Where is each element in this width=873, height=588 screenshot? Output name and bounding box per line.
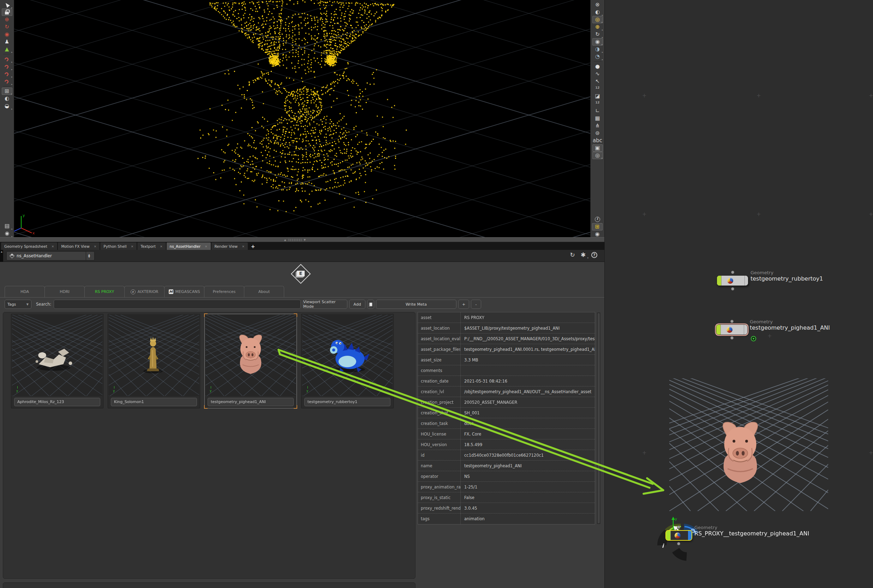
text-abc-icon[interactable]: abc — [592, 137, 603, 144]
pin-icon[interactable]: ↖ — [592, 78, 603, 85]
add-button[interactable]: Add — [349, 300, 365, 309]
node-display-flag[interactable] — [717, 276, 722, 285]
camera-eye-icon[interactable]: ◔ — [592, 53, 603, 60]
film-reel-icon[interactable]: ◉ — [2, 230, 12, 237]
tags-dropdown[interactable]: Tags▼ — [4, 300, 32, 309]
location-marker-icon[interactable]: ◎ — [592, 152, 603, 159]
normal-lighting-icon[interactable]: ◎ — [592, 16, 603, 23]
increase-thumb-size-button[interactable]: + — [458, 300, 469, 309]
high-quality-lighting-icon[interactable]: ⊕ — [592, 23, 603, 31]
asset-card[interactable]: y King_Solomon1 — [108, 314, 200, 408]
dome-light-icon[interactable]: ◒ — [2, 102, 12, 110]
write-meta-button[interactable]: Write Meta — [376, 300, 456, 309]
snap-grid-magnet-icon[interactable] — [2, 56, 12, 63]
separator[interactable] — [2, 53, 12, 56]
point-cloud-canvas[interactable] — [14, 0, 590, 237]
asset-tab[interactable]: Preferences — [204, 286, 244, 297]
snap-point-magnet-icon[interactable] — [2, 70, 12, 78]
snap-curve-magnet-icon[interactable] — [2, 63, 12, 70]
asset-card[interactable]: y testgeometry_rubbertoy1 — [301, 314, 394, 408]
separator[interactable] — [2, 85, 12, 87]
viewport-scatter-mode-button[interactable]: Viewport Scatter Mode — [303, 300, 347, 309]
node-input-connector[interactable] — [730, 320, 734, 323]
pose-tool-icon[interactable]: ♟ — [2, 38, 12, 45]
node-output-connector[interactable] — [677, 542, 680, 545]
notes-book-icon[interactable]: ▤ — [2, 222, 12, 230]
point-marker-icon[interactable]: ● — [592, 63, 603, 70]
meta-note-icon[interactable] — [367, 300, 374, 309]
select-tool-icon[interactable] — [2, 1, 12, 9]
uv-overlay-icon[interactable]: ▦ — [592, 115, 603, 122]
group-list-icon[interactable]: ⊜ — [592, 129, 603, 137]
close-tab-icon[interactable]: × — [94, 244, 97, 248]
node-output-connector[interactable] — [730, 336, 734, 339]
metadata-scrollbar[interactable] — [597, 312, 601, 525]
pane-divider[interactable]: ▲▼ — [0, 237, 604, 242]
asset-tab[interactable]: AIXTERIOR — [124, 286, 165, 297]
node-render-flag[interactable] — [744, 276, 748, 285]
pane-tab[interactable]: ns_AssetHandler× — [166, 243, 211, 250]
pane-tab[interactable]: Motion FX View× — [58, 243, 99, 250]
asset-tab[interactable]: HDA — [4, 286, 45, 297]
disable-lighting-icon[interactable]: ⊗ — [592, 1, 603, 9]
decrease-thumb-size-button[interactable]: - — [471, 300, 481, 309]
construction-plane-icon[interactable]: ⊞ — [2, 87, 12, 95]
node-input-connector[interactable] — [677, 525, 680, 529]
node-input-connector[interactable] — [731, 271, 734, 274]
scene-viewport[interactable]: y x z ⊕↻◉♟▲⊞◐◒ ▤◉ ⊗◐◎⊕↻◉◑◔●∿↖¹²◪¹²∟▦⋔⊜ab… — [0, 0, 604, 237]
normals-icon[interactable]: ⋔ — [592, 122, 603, 129]
asset-tab[interactable]: About — [244, 286, 284, 297]
node-output-connector[interactable] — [731, 287, 734, 291]
close-tab-icon[interactable]: × — [131, 244, 134, 248]
asset-tab[interactable]: HDRI — [45, 286, 85, 297]
point-trail-icon[interactable]: ∿ — [592, 70, 603, 78]
rotate-tool-icon[interactable]: ↻ — [2, 23, 12, 31]
secure-selection-lock-icon[interactable] — [2, 9, 12, 16]
close-tab-icon[interactable]: × — [205, 244, 208, 248]
snap-magnet-icon[interactable] — [2, 78, 12, 85]
prim-marker-icon[interactable]: ◪ — [592, 93, 603, 100]
close-tab-icon[interactable]: × — [51, 244, 54, 248]
point-numbers-icon[interactable]: ¹² — [592, 85, 603, 93]
gear-icon[interactable]: ✱ — [581, 251, 586, 258]
path-spinner[interactable]: ▲▼ — [86, 252, 92, 260]
network-editor-pane[interactable]: Geometrytestgeometry_rubbertoy1 Geometry… — [604, 0, 873, 588]
node-display-flag[interactable] — [716, 325, 721, 334]
grid-panel-icon[interactable]: ⊞ — [592, 223, 603, 231]
eye-icon[interactable]: ◉ — [592, 231, 603, 238]
node-testgeometry-rubbertoy1[interactable]: Geometrytestgeometry_rubbertoy1 — [717, 275, 748, 286]
help-icon[interactable]: ? — [591, 252, 597, 258]
asset-tab[interactable]: MEGASCANS — [164, 286, 204, 297]
close-tab-icon[interactable]: × — [242, 244, 244, 248]
divider-grip-handle[interactable]: ▲▼ — [284, 238, 318, 242]
points-globe-icon[interactable]: ◐ — [2, 95, 12, 102]
lighting-rotate-icon[interactable]: ↻ — [592, 31, 603, 38]
node-render-flag[interactable] — [744, 325, 747, 334]
eye-view-icon[interactable]: ◑ — [592, 45, 603, 53]
asset-card[interactable]: y Aphrodite_Milos_Rz_123 — [11, 314, 104, 408]
refresh-icon[interactable]: ↻ — [570, 251, 575, 258]
pane-collapse-arrow-icon[interactable]: ▲ — [0, 250, 3, 262]
asset-card[interactable]: y testgeometry_pighead1_ANI — [204, 314, 297, 408]
node-testgeometry-pighead1-ANI[interactable]: Geometrytestgeometry_pighead1_ANI — [716, 324, 748, 335]
translate-tool-icon[interactable]: ⊕ — [2, 16, 12, 23]
pane-tab[interactable]: Geometry Spreadsheet× — [1, 243, 57, 250]
pane-tab[interactable]: Render View× — [212, 243, 248, 250]
new-tab-button[interactable]: + — [249, 243, 258, 250]
handles-tool-icon[interactable]: ◉ — [2, 31, 12, 38]
view-pivot-icon[interactable]: ◉ — [592, 38, 603, 45]
visualizer-icon[interactable]: ▣ — [592, 144, 603, 152]
headlight-icon[interactable]: ◐ — [592, 9, 603, 16]
profile-curve-icon[interactable]: ∟ — [592, 107, 603, 115]
operator-path-selector[interactable]: ns_AssetHandler ▲▼ — [6, 251, 94, 261]
prim-numbers-icon[interactable]: ¹² — [592, 100, 603, 107]
info-circle-icon[interactable] — [592, 216, 603, 223]
separator[interactable] — [592, 60, 603, 63]
transform-axis-tool-icon[interactable]: ▲ — [2, 45, 12, 53]
close-tab-icon[interactable]: × — [160, 244, 163, 248]
search-input[interactable] — [54, 300, 301, 309]
asset-tab[interactable]: RS PROXY — [84, 286, 124, 297]
pane-tab[interactable]: Textport× — [137, 243, 166, 250]
node-RS-PROXY-testgeometry-pighead1-ANI[interactable]: i y GeometryRS_PROXY__testgeometry_pighe… — [665, 530, 692, 541]
node-display-flag[interactable] — [666, 531, 671, 540]
